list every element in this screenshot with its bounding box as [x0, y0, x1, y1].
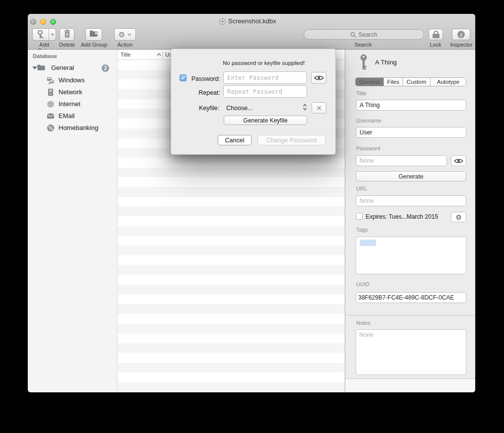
notes-field-label: Notes — [356, 320, 371, 326]
sidebar-item-homebanking[interactable]: Homebanking — [28, 122, 117, 134]
tab-autotype[interactable]: Autotype — [431, 78, 466, 86]
tab-files[interactable]: Files — [384, 78, 403, 86]
email-icon — [47, 112, 55, 120]
sidebar-group-general[interactable]: General 2 — [28, 62, 117, 73]
column-header-title[interactable]: Title — [121, 52, 130, 58]
enter-password-input[interactable] — [223, 71, 307, 84]
repeat-label: Repeat: — [189, 89, 220, 96]
eye-icon — [454, 158, 463, 164]
sidebar: Database General 2 Windows Network — [28, 50, 118, 392]
inspector-footer — [345, 378, 475, 392]
generate-keyfile-button[interactable]: Generate Keyfile — [224, 116, 307, 125]
disclosure-triangle-icon[interactable] — [32, 66, 37, 69]
uuid-field[interactable] — [356, 292, 466, 303]
inspector-tabs: General Files Custom Autotype — [355, 77, 466, 86]
key-icon — [360, 54, 368, 73]
sidebar-item-internet[interactable]: Internet — [28, 98, 117, 110]
username-field-label: Username — [356, 118, 381, 124]
cancel-button[interactable]: Cancel — [218, 135, 252, 145]
uuid-field-label: UUID — [356, 281, 370, 287]
info-icon: i — [457, 31, 465, 38]
password-field[interactable] — [356, 155, 447, 166]
gear-icon: ⚙ — [119, 31, 125, 38]
document-icon — [219, 18, 226, 25]
keyfile-popup[interactable]: Choose... — [226, 105, 253, 112]
sidebar-item-network[interactable]: Network — [28, 86, 117, 98]
folder-icon — [37, 63, 45, 71]
url-field-label: URL — [356, 186, 367, 191]
expires-label: Expires: Tues...March 2015 — [366, 213, 438, 220]
close-window-button[interactable] — [30, 19, 36, 25]
zoom-window-button[interactable] — [50, 19, 56, 25]
keyfile-label: Keyfile: — [186, 105, 219, 112]
tab-custom[interactable]: Custom — [403, 78, 431, 86]
delete-label: Delete — [54, 42, 80, 48]
sidebar-item-windows[interactable]: Windows — [28, 74, 117, 86]
sidebar-item-email[interactable]: EMail — [28, 110, 117, 122]
sidebar-item-label: Internet — [59, 100, 80, 108]
lock-button[interactable] — [429, 29, 443, 40]
inspector-label: Inspector — [446, 42, 475, 48]
svg-text:+: + — [42, 36, 44, 39]
title-field-label: Title — [356, 90, 366, 96]
gear-icon: ⚙ — [455, 214, 462, 221]
minimize-window-button[interactable] — [40, 19, 46, 25]
username-field[interactable] — [356, 127, 466, 138]
action-button[interactable]: ⚙ — [114, 28, 136, 41]
title-field[interactable] — [356, 100, 466, 111]
show-password-button[interactable] — [451, 155, 466, 166]
sidebar-item-label: Homebanking — [59, 124, 98, 131]
sidebar-group-label: General — [51, 64, 74, 71]
show-password-button[interactable] — [311, 72, 326, 84]
homebanking-icon — [47, 124, 55, 132]
popup-updown-icon — [303, 103, 307, 111]
entry-title: A Thing — [375, 59, 397, 66]
window-title: Screenshot.kdbx — [228, 17, 276, 25]
clear-keyfile-button[interactable]: ✕ — [312, 102, 326, 114]
inspector-divider — [345, 315, 475, 315]
tag-chip[interactable] — [360, 240, 376, 246]
add-entry-dropdown-arrow[interactable] — [49, 29, 56, 40]
tags-field-label: Tags — [356, 227, 368, 233]
sidebar-item-label: Network — [59, 88, 82, 96]
generate-password-button[interactable]: Generate — [356, 171, 466, 182]
folder-plus-icon — [89, 30, 98, 39]
password-label: Password: — [189, 75, 220, 82]
chevron-down-icon — [127, 33, 131, 36]
tags-field[interactable] — [356, 237, 466, 274]
inspector-panel: A Thing General Files Custom Autotype Ti… — [345, 50, 475, 392]
url-field[interactable] — [356, 195, 466, 206]
inspector-button[interactable]: i — [452, 29, 470, 40]
search-input[interactable]: Search — [304, 29, 424, 40]
expires-checkbox[interactable] — [356, 213, 363, 220]
change-password-button[interactable]: Change Password — [257, 135, 325, 145]
titlebar-toolbar: Screenshot.kdbx + Add Entry Delete Add G… — [28, 14, 475, 50]
search-placeholder: Search — [358, 31, 377, 38]
notes-field[interactable] — [356, 329, 466, 375]
dialog-message: No password or keyfile supplied! — [223, 60, 305, 66]
windows-icon — [47, 76, 55, 84]
sort-ascending-icon — [157, 53, 161, 56]
key-plus-icon: + — [33, 29, 49, 40]
eye-icon — [314, 74, 324, 81]
search-toolbar-label: Search — [343, 42, 383, 48]
tab-general[interactable]: General — [356, 78, 384, 86]
entry-count-badge: 2 — [102, 64, 109, 72]
expires-settings-button[interactable]: ⚙ — [451, 212, 466, 222]
close-icon: ✕ — [316, 104, 322, 112]
column-divider[interactable] — [162, 51, 163, 58]
action-label: Action — [114, 42, 136, 48]
add-group-button[interactable] — [85, 28, 102, 41]
password-field-label: Password — [356, 145, 380, 151]
change-password-dialog: No password or keyfile supplied! ✓ Passw… — [171, 49, 336, 155]
repeat-password-input[interactable] — [223, 85, 307, 98]
network-icon — [47, 88, 55, 96]
add-entry-button[interactable]: + — [32, 28, 56, 41]
search-icon — [350, 32, 356, 38]
add-group-label: Add Group — [80, 42, 108, 48]
sidebar-item-label: Windows — [59, 76, 85, 84]
sidebar-item-label: EMail — [59, 112, 75, 120]
delete-button[interactable] — [60, 28, 74, 41]
lock-icon — [429, 29, 442, 40]
password-checkbox[interactable]: ✓ — [180, 74, 187, 81]
